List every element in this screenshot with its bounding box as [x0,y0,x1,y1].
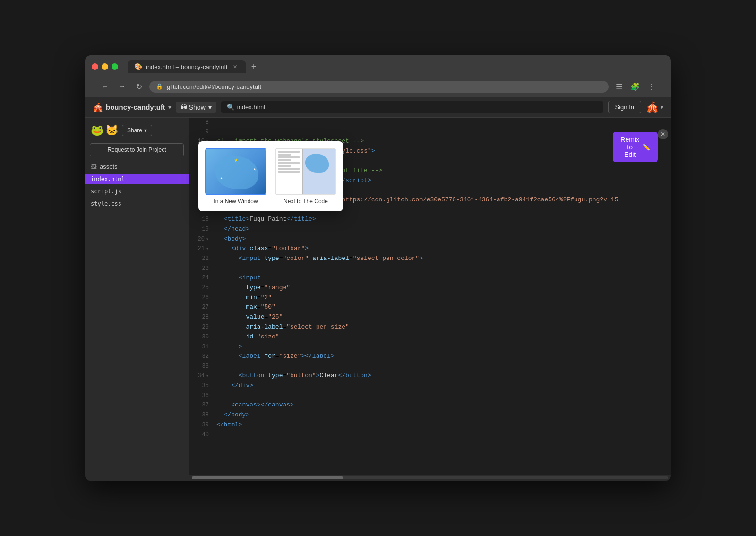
line-number: 34 [194,371,209,380]
next-to-code-preview [275,148,336,195]
editor-area: 🎪 bouncy-candytuft ▾ 🕶 Show ▾ 🔍 index.ht… [85,97,671,481]
preview-thumbnail [206,149,266,195]
line-number: 18 [194,215,209,224]
active-tab[interactable]: 🎨 index.html – bouncy-candytuft ✕ [128,60,246,73]
horizontal-scrollbar[interactable] [189,475,671,481]
line-number: 25 [194,283,209,293]
next-to-code-label: Next to The Code [284,198,328,205]
line-number: 33 [194,362,209,371]
split-left [276,149,302,195]
split-line [278,151,300,153]
line-number: 20 [194,234,209,244]
sidebar-item-script-js[interactable]: script.js [85,186,189,197]
refresh-button[interactable]: ↻ [132,80,146,93]
code-line: 26 min="2" [189,293,671,303]
bookmarks-button[interactable]: ☰ [612,80,626,93]
search-icon: 🔍 [227,104,234,111]
close-remix-button[interactable]: ✕ [658,129,668,139]
code-line: 24 <input [189,273,671,283]
signin-button[interactable]: Sign In [608,101,641,113]
code-line: 35 </div> [189,381,671,391]
code-line: 25 type="range" [189,283,671,293]
fullscreen-traffic-light[interactable] [112,63,118,70]
code-line: 9 [189,127,671,137]
new-tab-button[interactable]: + [249,61,259,73]
user-avatar-2: 🐱 [105,124,118,137]
sidebar-item-index-html[interactable]: index.html [85,174,189,184]
remix-label: Remix to Edit [620,136,639,158]
show-option-next-to-code[interactable]: Next to The Code [273,146,338,207]
forward-button[interactable]: → [115,80,129,93]
show-dropdown[interactable]: In a New Window [198,141,343,211]
show-chevron-icon: ▾ [208,104,212,111]
minimize-traffic-light[interactable] [102,63,108,70]
glitch-toolbar: 🎪 bouncy-candytuft ▾ 🕶 Show ▾ 🔍 index.ht… [85,97,671,118]
code-line: 39 </html> [189,420,671,430]
show-option-new-window[interactable]: In a New Window [203,146,268,207]
chevron-down-icon[interactable]: ▾ [661,104,663,111]
nav-right: ☰ 🧩 ⋮ [612,80,658,93]
show-button[interactable]: 🕶 Show ▾ [176,102,216,113]
file-search-bar[interactable]: 🔍 index.html [221,101,603,113]
line-number: 28 [194,312,209,322]
line-number: 38 [194,410,209,420]
code-line: 21 <div class="toolbar"> [189,244,671,254]
extensions-button[interactable]: 🧩 [628,80,642,93]
scrollbar-thumb[interactable] [192,476,343,479]
close-traffic-light[interactable] [92,63,98,70]
file-search-value: index.html [237,104,265,111]
file-style-css: style.css [91,200,121,207]
project-name: bouncy-candytuft [106,103,165,111]
tab-favicon-icon: 🎨 [134,63,142,70]
tab-close-button[interactable]: ✕ [232,63,239,70]
lock-icon: 🔒 [156,83,163,90]
line-number: 35 [194,381,209,390]
nav-bar: ← → ↻ 🔒 glitch.com/edit/#!/bouncy-candyt… [92,77,664,97]
sidebar-item-style-css[interactable]: style.css [85,199,189,209]
address-bar[interactable]: 🔒 glitch.com/edit/#!/bouncy-candytuft [149,81,609,93]
line-number: 40 [194,430,209,440]
remix-to-edit-button[interactable]: Remix to Edit ✏️ [613,132,658,162]
avatar-1: 🎪 [646,101,659,113]
sidebar: 🐸 🐱 Share ▾ Request to Join Project 🖼 as… [85,118,189,481]
line-number: 30 [194,332,209,342]
line-number: 9 [194,127,209,137]
project-menu-button[interactable]: 🎪 bouncy-candytuft ▾ [93,102,171,112]
code-line: 19 </head> [189,225,671,234]
menu-button[interactable]: ⋮ [644,80,658,93]
request-join-button[interactable]: Request to Join Project [90,143,184,156]
avatar-group: 🎪 ▾ [646,101,663,113]
line-content: <button type="button">Clear</button> [216,371,666,381]
url-text: glitch.com/edit/#!/bouncy-candytuft [167,83,261,90]
code-line: 38 </body> [189,410,671,420]
code-line: 34 <button type="button">Clear</button> [189,371,671,381]
remix-pencil-icon: ✏️ [642,143,650,151]
line-content: <body> [216,234,666,244]
browser-window: 🎨 index.html – bouncy-candytuft ✕ + ← → … [85,55,671,481]
split-right [303,149,336,195]
scrollbar-track [192,476,668,479]
code-line: 33 [189,362,671,371]
assets-icon: 🖼 [91,163,97,170]
new-window-label: In a New Window [214,198,258,205]
file-index-html: index.html [91,176,125,182]
share-button[interactable]: Share ▾ [122,125,152,136]
line-number: 19 [194,225,209,234]
project-chevron-icon: ▾ [168,104,171,111]
project-emoji-icon: 🎪 [93,102,103,112]
chrome-top: 🎨 index.html – bouncy-candytuft ✕ + [92,60,664,73]
line-number: 22 [194,254,209,263]
line-content: </html> [216,420,666,430]
glitch-main: 🐸 🐱 Share ▾ Request to Join Project 🖼 as… [85,118,671,481]
line-content: </head> [216,225,666,234]
sidebar-item-assets[interactable]: 🖼 assets [85,161,189,172]
line-number: 31 [194,342,209,352]
split-line [278,168,300,170]
line-content: <label for="size"></label> [216,352,666,362]
code-line: 28 value="25" [189,312,671,322]
back-button[interactable]: ← [98,80,112,93]
user-avatar-1: 🐸 [91,124,103,137]
line-number: 27 [194,303,209,312]
line-number: 21 [194,244,209,253]
line-content: id="size" [216,332,666,342]
